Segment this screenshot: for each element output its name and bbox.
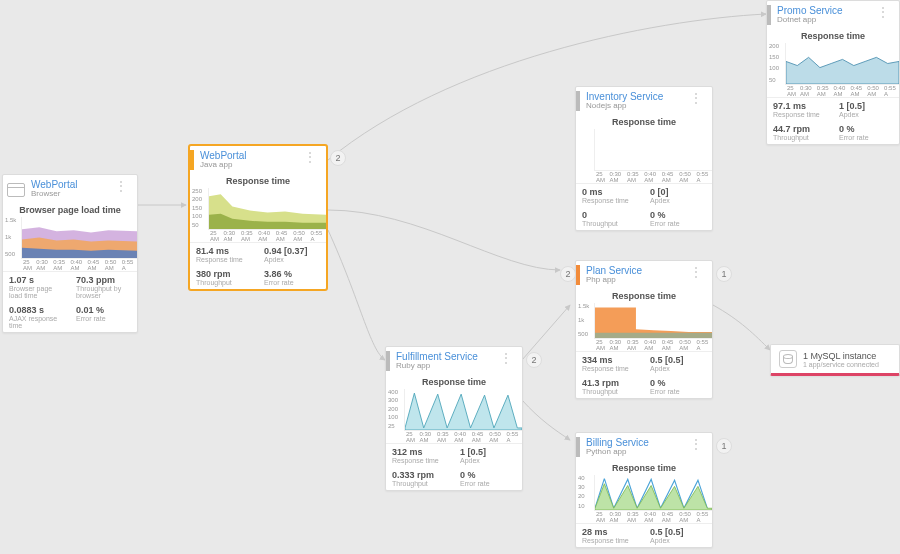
browser-icon: [7, 183, 25, 197]
chart-inventory-response: 25 AM0:30 AM0:35 AM0:40 AM0:45 AM0:50 AM…: [576, 129, 712, 183]
chart-title: Response time: [386, 373, 522, 389]
kebab-menu-icon[interactable]: ⋮: [685, 91, 706, 105]
node-title: 1 MySQL instance: [803, 351, 879, 361]
node-subtitle: 1 app/service connected: [803, 361, 879, 368]
chart-plan-response: 1.5k1k500 25 AM0:30 AM0:35 AM0:40 AM0:45…: [576, 303, 712, 351]
node-inventory-service[interactable]: Inventory Service Nodejs app ⋮ Response …: [575, 86, 713, 231]
kebab-menu-icon[interactable]: ⋮: [685, 437, 706, 451]
node-subtitle: Browser: [31, 190, 110, 199]
node-mysql-instance[interactable]: 1 MySQL instance 1 app/service connected: [770, 344, 900, 376]
connection-count-badge: 1: [716, 266, 732, 282]
node-plan-service[interactable]: Plan Service Php app ⋮ Response time 1.5…: [575, 260, 713, 399]
node-subtitle: Dotnet app: [777, 16, 872, 25]
connection-count-badge: 2: [330, 150, 346, 166]
kebab-menu-icon[interactable]: ⋮: [299, 150, 320, 164]
node-billing-service[interactable]: Billing Service Python app ⋮ Response ti…: [575, 432, 713, 548]
chart-title: Response time: [190, 172, 326, 188]
kebab-menu-icon[interactable]: ⋮: [495, 351, 516, 365]
chart-webportal-response: 25020015010050 25 AM0:30 AM0:35 AM0:40 A…: [190, 188, 326, 242]
connection-count-badge: 2: [526, 352, 542, 368]
node-fulfillment-service[interactable]: Fulfillment Service Ruby app ⋮ Response …: [385, 346, 523, 491]
database-icon: [779, 350, 797, 368]
chart-title: Browser page load time: [3, 201, 137, 217]
chart-fulfillment-response: 40030020010025 25 AM0:30 AM0:35 AM0:40 A…: [386, 389, 522, 443]
kebab-menu-icon[interactable]: ⋮: [872, 5, 893, 19]
node-subtitle: Php app: [586, 276, 685, 285]
connection-count-badge: 1: [716, 438, 732, 454]
node-webportal-java[interactable]: WebPortal Java app ⋮ Response time 25020…: [189, 145, 327, 290]
node-promo-service[interactable]: Promo Service Dotnet app ⋮ Response time…: [766, 0, 900, 145]
kebab-menu-icon[interactable]: ⋮: [110, 179, 131, 193]
node-subtitle: Python app: [586, 448, 685, 457]
chart-title: Response time: [576, 459, 712, 475]
node-subtitle: Java app: [200, 161, 299, 170]
chart-browser-loadtime: 1.5k1k500 25 AM0:30 AM0:35 AM0:40 AM0:45…: [3, 217, 137, 271]
kebab-menu-icon[interactable]: ⋮: [685, 265, 706, 279]
chart-title: Response time: [576, 287, 712, 303]
chart-title: Response time: [767, 27, 899, 43]
node-subtitle: Ruby app: [396, 362, 495, 371]
connection-count-badge: 2: [560, 266, 576, 282]
chart-billing-response: 40302010 25 AM0:30 AM0:35 AM0:40 AM0:45 …: [576, 475, 712, 523]
chart-promo-response: 20015010050 25 AM0:30 AM0:35 AM0:40 AM0:…: [767, 43, 899, 97]
chart-title: Response time: [576, 113, 712, 129]
node-subtitle: Nodejs app: [586, 102, 685, 111]
node-browser-webportal[interactable]: WebPortal Browser ⋮ Browser page load ti…: [2, 174, 138, 333]
